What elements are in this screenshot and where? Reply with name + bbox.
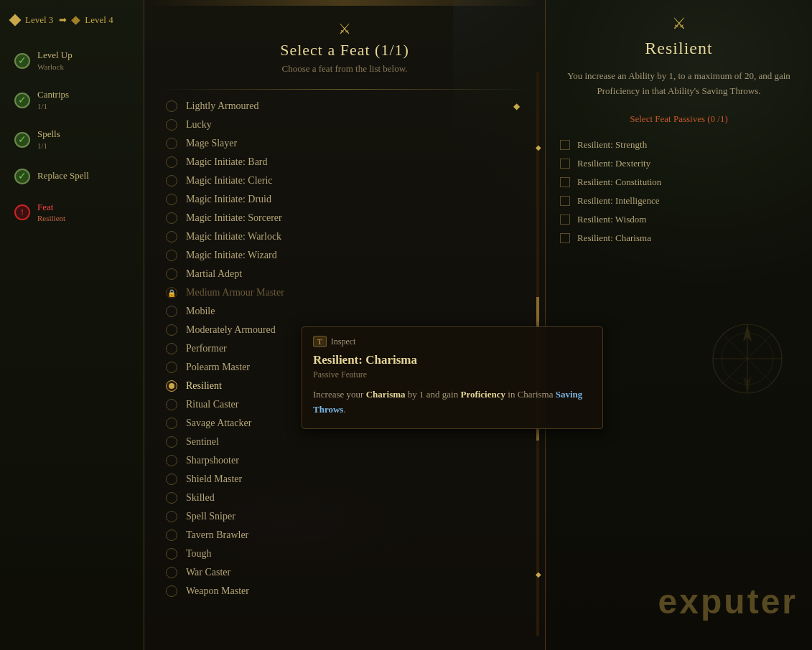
- passive-item-resilient-dexterity[interactable]: Resilient: Dexterity: [560, 154, 798, 173]
- feat-radio-performer: [166, 343, 177, 354]
- feat-label-mage-slayer: Mage Slayer: [186, 138, 237, 149]
- level-arrow: ➡: [59, 14, 67, 26]
- passive-item-resilient-constitution[interactable]: Resilient: Constitution: [560, 173, 798, 192]
- feat-item-mage-slayer[interactable]: Mage Slayer: [166, 134, 523, 153]
- feat-item-martial-adept[interactable]: Martial Adept: [166, 265, 523, 283]
- tooltip-title: Resilient: Charisma: [313, 353, 592, 367]
- panel-header: ⚔ Select a Feat (1/1) Choose a feat from…: [144, 6, 545, 82]
- feat-label-resilient: Resilient: [186, 380, 222, 392]
- feat-label-magic-initiate-warlock: Magic Initiate: Warlock: [186, 231, 281, 242]
- alert-icon-feat: !: [14, 204, 30, 220]
- tooltip-type: Passive Feature: [313, 369, 592, 380]
- passive-checkbox-strength[interactable]: [560, 140, 570, 150]
- tooltip-description: Increase your Charisma by 1 and gain Pro…: [313, 387, 592, 418]
- feat-item-war-caster[interactable]: War Caster: [166, 563, 523, 582]
- level-from: Level 3: [25, 14, 53, 26]
- passive-item-resilient-strength[interactable]: Resilient: Strength: [560, 136, 798, 154]
- feat-item-weapon-master[interactable]: Weapon Master: [166, 582, 523, 600]
- passive-checkbox-dexterity[interactable]: [560, 159, 570, 169]
- check-icon-level-up: ✓: [14, 53, 30, 69]
- feat-radio-war-caster: [166, 567, 177, 578]
- feat-radio-magic-initiate-sorcerer: [166, 212, 177, 224]
- feat-radio-ritual-caster: [166, 399, 177, 410]
- feat-item-magic-initiate-sorcerer[interactable]: Magic Initiate: Sorcerer: [166, 209, 523, 227]
- feat-item-magic-initiate-warlock[interactable]: Magic Initiate: Warlock: [166, 227, 523, 246]
- feat-radio-medium-armour-master: 🔒: [166, 287, 177, 298]
- passive-checkbox-intelligence[interactable]: [560, 196, 570, 206]
- feat-item-tough[interactable]: Tough: [166, 545, 523, 563]
- feat-radio-magic-initiate-warlock: [166, 231, 177, 242]
- panel-subtitle: Choose a feat from the list below.: [159, 63, 531, 75]
- tooltip-popup: T Inspect Resilient: Charisma Passive Fe…: [302, 326, 603, 429]
- feat-item-shield-master[interactable]: Shield Master: [166, 470, 523, 489]
- feat-radio-sentinel: [166, 436, 177, 448]
- feat-item-skilled[interactable]: Skilled: [166, 489, 523, 507]
- scroll-top-diamond: ◆: [536, 143, 541, 151]
- level-diamond-2: [71, 16, 80, 25]
- sidebar-label-spells: Spells 1/1: [37, 128, 60, 151]
- check-icon-replace-spell: ✓: [14, 169, 30, 184]
- passive-item-resilient-wisdom[interactable]: Resilient: Wisdom: [560, 210, 798, 229]
- feat-label-weapon-master: Weapon Master: [186, 585, 249, 597]
- feat-radio-tough: [166, 548, 177, 560]
- feat-label-magic-initiate-bard: Magic Initiate: Bard: [186, 156, 268, 168]
- passive-label-constitution: Resilient: Constitution: [577, 176, 661, 188]
- feat-label-lucky: Lucky: [186, 119, 212, 131]
- sidebar-item-feat[interactable]: ! Feat Resilient: [11, 196, 133, 230]
- feat-label-polearm-master: Polearm Master: [186, 362, 250, 373]
- feat-item-lucky[interactable]: Lucky: [166, 116, 523, 134]
- sidebar-item-cantrips[interactable]: ✓ Cantrips 1/1: [11, 83, 133, 117]
- sidebar-item-spells[interactable]: ✓ Spells 1/1: [11, 123, 133, 156]
- feat-item-spell-sniper[interactable]: Spell Sniper: [166, 507, 523, 526]
- feat-label-magic-initiate-cleric: Magic Initiate: Cleric: [186, 175, 273, 187]
- feat-label-lightly-armoured: Lightly Armoured: [186, 100, 259, 112]
- sidebar-item-level-up-warlock[interactable]: ✓ Level Up Warlock: [11, 44, 133, 77]
- panel-title: Select a Feat (1/1): [159, 41, 531, 60]
- sidebar-label-replace-spell: Replace Spell: [37, 170, 89, 182]
- feat-radio-weapon-master: [166, 585, 177, 597]
- sidebar-label-cantrips: Cantrips 1/1: [37, 89, 69, 111]
- feat-label-skilled: Skilled: [186, 492, 215, 504]
- passive-checkbox-constitution[interactable]: [560, 177, 570, 187]
- feat-label-savage-attacker: Savage Attacker: [186, 418, 251, 429]
- feat-item-magic-initiate-cleric[interactable]: Magic Initiate: Cleric: [166, 171, 523, 190]
- sidebar-item-replace-spell[interactable]: ✓ Replace Spell: [11, 163, 133, 190]
- passive-item-resilient-intelligence[interactable]: Resilient: Intelligence: [560, 192, 798, 210]
- feat-radio-magic-initiate-wizard: [166, 250, 177, 261]
- level-diamond-1: [9, 14, 22, 27]
- feat-item-medium-armour-master[interactable]: 🔒 Medium Armour Master: [166, 283, 523, 302]
- feat-radio-lucky: [166, 119, 177, 131]
- info-icon: ⚔: [560, 14, 798, 33]
- feat-item-magic-initiate-wizard[interactable]: Magic Initiate: Wizard: [166, 246, 523, 265]
- feat-item-magic-initiate-druid[interactable]: Magic Initiate: Druid: [166, 190, 523, 209]
- feat-radio-savage-attacker: [166, 418, 177, 429]
- feat-label-tough: Tough: [186, 548, 212, 560]
- feat-label-medium-armour-master: Medium Armour Master: [186, 287, 284, 298]
- passive-label-strength: Resilient: Strength: [577, 139, 647, 151]
- info-description: You increase an Ability by 1, to a maxim…: [560, 69, 798, 99]
- feat-radio-shield-master: [166, 474, 177, 485]
- inspect-key: T: [313, 336, 327, 347]
- info-title: Resilient: [560, 39, 798, 58]
- sidebar: Level 3 ➡ Level 4 ✓ Level Up Warlock ✓ C…: [0, 0, 144, 650]
- sidebar-label-level-up: Level Up Warlock: [37, 50, 73, 72]
- passive-checkbox-charisma[interactable]: [560, 233, 570, 243]
- feat-item-sentinel[interactable]: Sentinel: [166, 433, 523, 451]
- feat-radio-magic-initiate-cleric: [166, 175, 177, 187]
- feat-item-tavern-brawler[interactable]: Tavern Brawler: [166, 526, 523, 545]
- feat-item-magic-initiate-bard[interactable]: Magic Initiate: Bard: [166, 153, 523, 171]
- feat-item-lightly-armoured[interactable]: Lightly Armoured ◆: [166, 97, 523, 116]
- inspect-label: Inspect: [331, 336, 356, 347]
- feat-radio-polearm-master: [166, 362, 177, 373]
- feat-item-sharpshooter[interactable]: Sharpshooter: [166, 451, 523, 470]
- feat-item-mobile[interactable]: Mobile: [166, 302, 523, 321]
- feat-radio-spell-sniper: [166, 511, 177, 522]
- main-panel: ⚔ Select a Feat (1/1) Choose a feat from…: [144, 0, 546, 650]
- watermark: exputer: [658, 582, 798, 621]
- feat-label-tavern-brawler: Tavern Brawler: [186, 529, 248, 541]
- passive-item-resilient-charisma[interactable]: Resilient: Charisma: [560, 229, 798, 248]
- feat-radio-magic-initiate-bard: [166, 156, 177, 168]
- passive-checkbox-wisdom[interactable]: [560, 215, 570, 225]
- feat-radio-mage-slayer: [166, 138, 177, 149]
- feat-radio-lightly-armoured: [166, 100, 177, 112]
